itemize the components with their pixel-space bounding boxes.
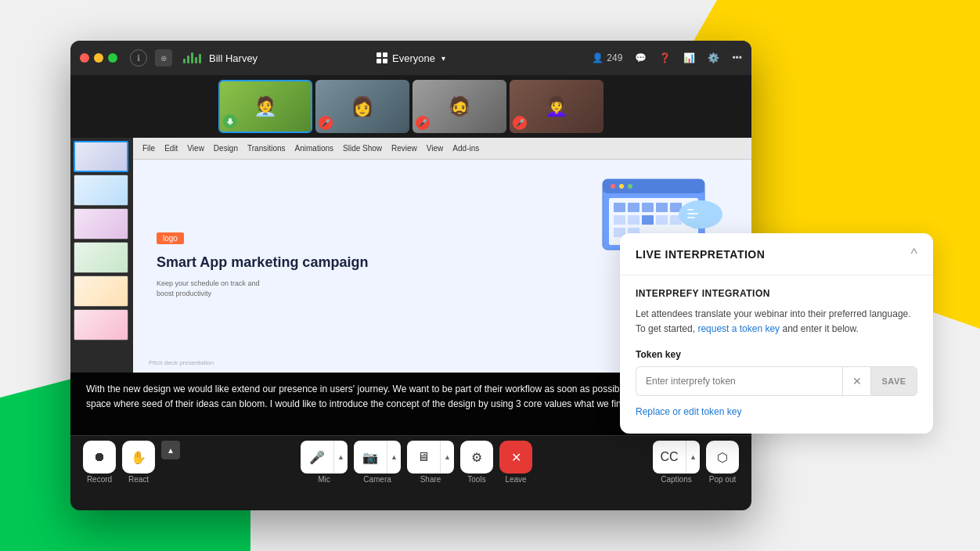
mic-button[interactable]: 🎤 — [301, 441, 333, 474]
token-save-button[interactable]: SAVE — [870, 366, 917, 396]
slide-thumb-1[interactable] — [74, 141, 128, 172]
menu-view2[interactable]: View — [423, 144, 447, 153]
minimize-button[interactable] — [94, 53, 103, 63]
mic-label: Mic — [318, 475, 330, 484]
title-bar-actions: 👤 249 💬 ❓ 📊 ⚙️ ••• — [592, 52, 742, 63]
grid-icon — [377, 52, 387, 63]
token-input-row: ✕ SAVE — [636, 366, 917, 396]
audio-bar-2 — [187, 56, 189, 63]
info-icon[interactable]: ℹ — [130, 49, 147, 67]
title-bar: ℹ ⊕ Bill Harvey Everyone ▾ 👤 249 — [70, 41, 751, 75]
camera-arrow[interactable]: ▲ — [387, 441, 401, 474]
captions-button[interactable]: CC — [653, 441, 686, 474]
settings-icon[interactable]: ⊕ — [155, 49, 172, 67]
video-thumb-3[interactable]: 🧔 🎤 — [413, 80, 506, 133]
menu-file[interactable]: File — [139, 144, 158, 153]
chat-icon: 💬 — [635, 52, 647, 63]
token-key-label: Token key — [636, 349, 917, 360]
menu-addins[interactable]: Add-ins — [449, 144, 482, 153]
tools-label: Tools — [467, 475, 485, 484]
share-arrow[interactable]: ▲ — [440, 441, 454, 474]
svg-rect-23 — [687, 213, 698, 214]
share-with-arrow: 🖥 ▲ — [407, 441, 454, 474]
svg-rect-8 — [614, 203, 625, 212]
svg-rect-0 — [229, 118, 232, 123]
menu-slideshow[interactable]: Slide Show — [340, 144, 385, 153]
svg-rect-24 — [687, 217, 695, 218]
menu-transitions[interactable]: Transitions — [244, 144, 289, 153]
camera-group: 📷 ▲ Camera — [354, 441, 401, 484]
captions-with-arrow: CC ▲ — [653, 441, 700, 474]
video-thumbnails-row: 🧑‍💼 👩 🎤 🧔 🎤 👩‍🦱 🎤 — [70, 75, 751, 138]
record-button[interactable]: ⏺ — [83, 441, 116, 474]
menu-edit[interactable]: Edit — [161, 144, 181, 153]
mic-muted-2: 🎤 — [319, 116, 333, 130]
mic-muted-4: 🎤 — [513, 116, 527, 130]
mic-muted-3: 🎤 — [416, 116, 430, 130]
close-button[interactable] — [80, 53, 89, 63]
menu-design[interactable]: Design — [211, 144, 241, 153]
svg-rect-9 — [628, 203, 640, 212]
chat-button[interactable]: 💬 — [635, 52, 647, 63]
audio-bar-5 — [199, 54, 201, 63]
svg-point-5 — [619, 184, 624, 189]
mic-with-arrow: 🎤 ▲ — [301, 441, 348, 474]
maximize-button[interactable] — [108, 53, 117, 63]
gear-icon: ⚙️ — [708, 52, 719, 63]
tools-group: ⚙ Tools — [460, 441, 493, 484]
more-button[interactable]: ••• — [732, 52, 742, 63]
audience-selector[interactable]: Everyone ▾ — [377, 52, 445, 64]
settings-button[interactable]: ⚙️ — [708, 52, 719, 63]
toolbar-left-group: ⏺ Record ✋ React ▲ — [83, 441, 180, 484]
qa-button[interactable]: ❓ — [659, 52, 671, 63]
menu-view[interactable]: View — [184, 144, 207, 153]
toolbar-right-group: CC ▲ Captions ⬡ Pop out — [653, 441, 739, 484]
host-name: Bill Harvey — [209, 52, 258, 64]
captions-group: CC ▲ Captions — [653, 441, 700, 484]
token-replace-link[interactable]: Replace or edit token key — [636, 406, 741, 417]
menu-animations[interactable]: Animations — [292, 144, 337, 153]
mic-group: 🎤 ▲ Mic — [301, 441, 348, 484]
toolbar-center-group: 🎤 ▲ Mic 📷 ▲ Camera 🖥 ▲ Share — [301, 441, 532, 484]
record-label: Record — [87, 475, 112, 484]
bottom-toolbar: ⏺ Record ✋ React ▲ 🎤 ▲ Mic 📷 ▲ — [70, 435, 751, 488]
audio-bar-1 — [183, 59, 186, 63]
integration-description: Let attendees translate your webinar int… — [636, 307, 917, 337]
slide-thumb-3[interactable] — [74, 208, 128, 239]
leave-group: ✕ Leave — [499, 441, 532, 484]
camera-button[interactable]: 📷 — [354, 441, 387, 474]
token-input[interactable] — [636, 366, 842, 396]
video-thumb-2[interactable]: 👩 🎤 — [315, 80, 409, 133]
participants-button[interactable]: 👤 249 — [592, 52, 622, 63]
captions-arrow[interactable]: ▲ — [686, 441, 700, 474]
leave-button[interactable]: ✕ — [499, 441, 532, 474]
react-group: ✋ React — [122, 441, 155, 484]
tools-button[interactable]: ⚙ — [460, 441, 493, 474]
expand-button[interactable]: ▲ — [161, 441, 180, 459]
interpretation-title: LIVE INTERPRETATION — [636, 248, 765, 261]
mic-arrow[interactable]: ▲ — [333, 441, 348, 474]
video-thumb-1[interactable]: 🧑‍💼 — [218, 80, 312, 133]
collapse-button[interactable]: ^ — [911, 246, 917, 262]
svg-rect-15 — [642, 215, 654, 225]
camera-label: Camera — [363, 475, 391, 484]
svg-point-4 — [611, 184, 615, 189]
svg-rect-22 — [687, 209, 694, 211]
captions-label: Captions — [661, 475, 691, 484]
interpretation-header: LIVE INTERPRETATION ^ — [620, 233, 933, 276]
slide-thumb-6[interactable] — [74, 309, 128, 340]
polls-button[interactable]: 📊 — [683, 52, 695, 63]
polls-icon: 📊 — [683, 52, 695, 63]
popout-button[interactable]: ⬡ — [706, 441, 739, 474]
participant-count: 249 — [607, 52, 622, 63]
interpretation-body: INTERPREFY INTEGRATION Let attendees tra… — [620, 276, 933, 434]
video-thumb-4[interactable]: 👩‍🦱 🎤 — [510, 80, 603, 133]
share-button[interactable]: 🖥 — [407, 441, 440, 474]
menu-review[interactable]: Review — [388, 144, 420, 153]
token-request-link[interactable]: request a token key — [697, 323, 780, 334]
slide-thumb-4[interactable] — [74, 242, 128, 273]
slide-thumb-2[interactable] — [74, 175, 128, 206]
token-clear-button[interactable]: ✕ — [842, 366, 870, 396]
slide-thumb-5[interactable] — [74, 276, 128, 307]
react-button[interactable]: ✋ — [122, 441, 155, 474]
